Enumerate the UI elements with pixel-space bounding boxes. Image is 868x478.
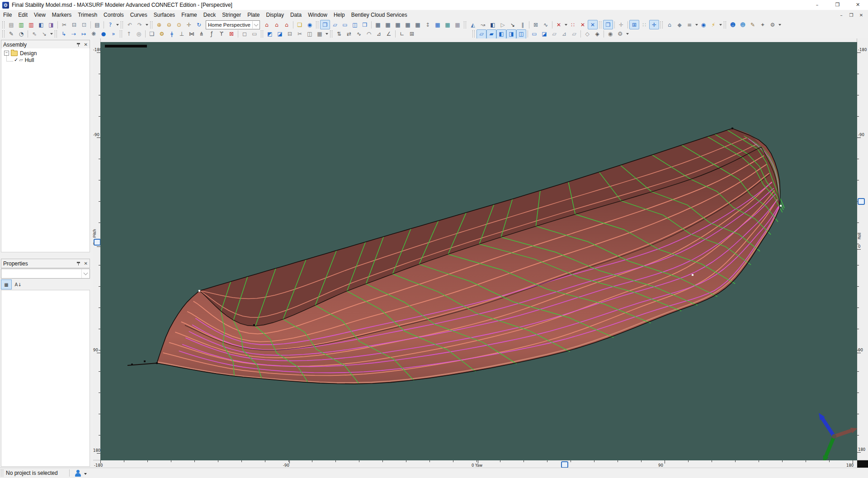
tree-item-design[interactable]: − Design bbox=[1, 50, 90, 57]
toolbar-grip[interactable] bbox=[121, 21, 123, 28]
dropdown-caret-icon[interactable] bbox=[778, 20, 782, 29]
dropdown-caret-icon[interactable] bbox=[145, 20, 149, 29]
new-design-icon[interactable]: ▤ bbox=[6, 20, 16, 29]
add-point-icon[interactable]: ↳ bbox=[59, 29, 69, 39]
combo-arrow-icon[interactable] bbox=[252, 21, 259, 28]
menu-stringer[interactable]: Stringer bbox=[219, 10, 244, 20]
menu-display[interactable]: Display bbox=[263, 10, 287, 20]
fork-edge-icon[interactable]: ϒ bbox=[217, 29, 226, 39]
show-buttocks-icon[interactable]: ◫ bbox=[516, 29, 526, 39]
view-selector[interactable]: Home Perspective bbox=[206, 20, 260, 29]
menu-file[interactable]: File bbox=[0, 10, 15, 20]
maximize-button[interactable]: ❐ bbox=[827, 0, 848, 10]
outline-box-icon[interactable]: ◻ bbox=[240, 29, 250, 39]
dropdown-caret-icon[interactable] bbox=[718, 20, 722, 29]
redo-icon[interactable]: ↷ bbox=[135, 20, 145, 29]
show-sections-icon[interactable]: ◧ bbox=[496, 29, 506, 39]
toolbar-grip[interactable] bbox=[55, 30, 57, 38]
menu-help[interactable]: Help bbox=[330, 10, 348, 20]
show-surfaces-icon[interactable]: ▰ bbox=[486, 29, 496, 39]
show-trimmed-icon[interactable]: ◪ bbox=[539, 29, 549, 39]
body-plan-window-icon[interactable]: ◫ bbox=[350, 20, 360, 29]
orbit-point-icon[interactable]: ◎ bbox=[134, 29, 144, 39]
triangle-mesh-icon[interactable]: ⊿ bbox=[374, 29, 384, 39]
next-station-icon[interactable]: » bbox=[108, 29, 118, 39]
menu-trimesh[interactable]: Trimesh bbox=[75, 10, 100, 20]
collapse-icon[interactable]: ⊟ bbox=[285, 29, 295, 39]
expander-icon[interactable]: − bbox=[4, 51, 9, 56]
hull-model[interactable] bbox=[100, 42, 857, 460]
show-waterlines-icon[interactable]: ◨ bbox=[506, 29, 516, 39]
swap-rows-icon[interactable]: ⇄ bbox=[344, 29, 354, 39]
mirror-surface-icon[interactable]: ◪ bbox=[275, 29, 285, 39]
toolbar-grip[interactable] bbox=[2, 21, 5, 28]
show-grid-icon[interactable]: ▱ bbox=[549, 29, 559, 39]
raise-row-icon[interactable]: ↑ bbox=[124, 29, 134, 39]
toolbar-grip[interactable] bbox=[330, 30, 332, 38]
pan-icon[interactable]: ✛ bbox=[184, 20, 194, 29]
arrange-windows-icon[interactable]: ❒ bbox=[360, 20, 370, 29]
fillet-icon[interactable]: ◠ bbox=[364, 29, 374, 39]
intersection-snap-icon[interactable]: ✛ bbox=[649, 20, 659, 29]
toolbar-grip[interactable] bbox=[150, 21, 152, 28]
control-point[interactable] bbox=[131, 364, 133, 365]
bounding-box-icon[interactable]: ▭ bbox=[250, 29, 259, 39]
rotation-marker[interactable] bbox=[94, 239, 101, 246]
offsets-table-icon[interactable]: ▦ bbox=[383, 20, 393, 29]
menu-surfaces[interactable]: Surfaces bbox=[151, 10, 178, 20]
share-icon[interactable]: ☻ bbox=[738, 20, 748, 29]
grid-toggle-icon[interactable]: ✛ bbox=[616, 20, 626, 29]
background-image-icon[interactable]: ⊠ bbox=[531, 20, 541, 29]
markers-table-icon[interactable]: ▦ bbox=[373, 20, 383, 29]
3d-canvas[interactable] bbox=[100, 42, 857, 460]
spin-control-icon[interactable]: ❂ bbox=[615, 29, 625, 39]
toolbar-grip[interactable] bbox=[120, 30, 122, 38]
properties-object-selector[interactable] bbox=[1, 269, 90, 279]
node-edit-icon[interactable]: ● bbox=[99, 29, 108, 39]
menu-view[interactable]: View bbox=[31, 10, 49, 20]
marker-snap-icon[interactable]: ✕ bbox=[588, 20, 598, 29]
properties-list[interactable] bbox=[1, 290, 90, 467]
calculations-table-icon[interactable]: ▦ bbox=[433, 20, 443, 29]
accounts-icon[interactable]: ☻ bbox=[728, 20, 738, 29]
open-design-icon[interactable]: ▥ bbox=[16, 20, 26, 29]
flow-lines-icon[interactable]: ↝ bbox=[478, 20, 488, 29]
assembly-window-icon[interactable]: ❏ bbox=[295, 20, 305, 29]
surface-properties-icon[interactable]: ⚙ bbox=[157, 29, 167, 39]
toolbar-grip[interactable] bbox=[2, 30, 5, 38]
dropdown-caret-icon[interactable] bbox=[115, 20, 119, 29]
sketch-tool-icon[interactable]: ✎ bbox=[6, 29, 16, 39]
delete-all-markers-icon[interactable]: ✕ bbox=[578, 20, 588, 29]
child-restore-button[interactable]: ❐ bbox=[846, 13, 856, 18]
control-point[interactable] bbox=[156, 362, 158, 364]
cut-icon[interactable]: ✂ bbox=[59, 20, 69, 29]
plan-window-icon[interactable]: ▱ bbox=[330, 20, 340, 29]
angle-tool-icon[interactable]: ∠ bbox=[384, 29, 394, 39]
align-normal-icon[interactable]: ⊥ bbox=[177, 29, 187, 39]
close-icon[interactable]: ✕ bbox=[84, 261, 88, 266]
control-point[interactable] bbox=[780, 205, 782, 207]
results-table-icon[interactable]: ▦ bbox=[453, 20, 462, 29]
frames-table-icon[interactable]: ▦ bbox=[413, 20, 423, 29]
dropdown-caret-icon[interactable] bbox=[625, 30, 629, 38]
show-diagonals-icon[interactable]: ⊿ bbox=[559, 29, 569, 39]
zoom-in-icon[interactable]: ⊕ bbox=[154, 20, 164, 29]
insert-point-icon[interactable]: ↦ bbox=[79, 29, 89, 39]
control-points-table-icon[interactable]: ▦ bbox=[393, 20, 403, 29]
close-design-icon[interactable]: ▥ bbox=[26, 20, 36, 29]
control-point[interactable] bbox=[198, 290, 200, 292]
fit-surface-icon[interactable]: ƒ bbox=[207, 29, 217, 39]
toolbar-grip[interactable] bbox=[724, 21, 726, 28]
control-point[interactable] bbox=[144, 360, 146, 362]
wireframe-mode-icon[interactable]: ◇ bbox=[582, 29, 592, 39]
tree-item-hull[interactable]: ✓ ▱ Hull bbox=[1, 57, 90, 63]
bond-edges-icon[interactable]: ǂ bbox=[167, 29, 177, 39]
set-home-view-icon[interactable]: ⌂ bbox=[282, 20, 292, 29]
swap-columns-icon[interactable]: ⇅ bbox=[334, 29, 344, 39]
trim-curves-icon[interactable]: ✂ bbox=[295, 29, 305, 39]
curve-table-icon[interactable]: ▦ bbox=[403, 20, 413, 29]
pin-icon[interactable] bbox=[77, 261, 80, 266]
dropdown-caret-icon[interactable] bbox=[694, 20, 698, 29]
control-point[interactable] bbox=[731, 128, 733, 129]
home-view-icon[interactable]: ⌂ bbox=[262, 20, 272, 29]
